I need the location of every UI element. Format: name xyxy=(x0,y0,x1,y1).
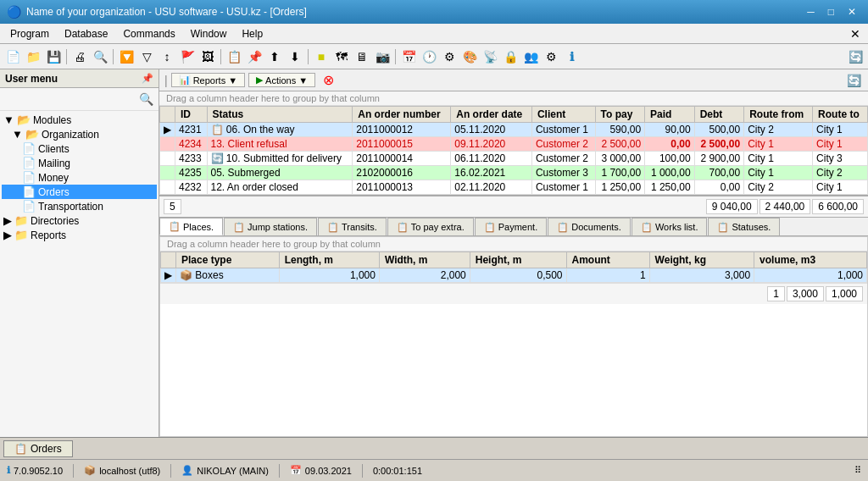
sidebar-search-button[interactable]: 🔍 xyxy=(136,90,155,108)
tab-documents[interactable]: 📋 Documents. xyxy=(548,218,631,235)
col-header-status[interactable]: Status xyxy=(207,107,353,123)
tree-item-clients[interactable]: 📄 Clients xyxy=(2,141,157,156)
taskbar-orders-button[interactable]: 📋 Orders xyxy=(3,440,73,457)
restore-button[interactable]: □ xyxy=(823,4,839,19)
tb-palette[interactable]: 🎨 xyxy=(460,47,479,66)
table-row[interactable]: 4235 05. Submerged 2102000016 16.02.2021… xyxy=(160,166,868,180)
tab-payment[interactable]: 📋 Payment. xyxy=(475,218,547,235)
col-header-route-to[interactable]: Route to xyxy=(813,107,868,123)
tb-monitor[interactable]: 🖥 xyxy=(353,47,371,66)
col-header-order-date[interactable]: An order date xyxy=(451,107,532,123)
reports-button[interactable]: 📊 Reports ▼ xyxy=(171,73,245,87)
tb-copy[interactable]: 📋 xyxy=(225,47,243,66)
bottom-table-row[interactable]: ▶ 📦 Boxes 1,000 2,000 0,500 1 3,000 1,00… xyxy=(161,268,867,283)
tb-sep-2 xyxy=(113,49,114,64)
tb-paste[interactable]: 📌 xyxy=(245,47,264,66)
tb-filter2[interactable]: ▽ xyxy=(137,47,156,66)
tree-item-organization[interactable]: ▼ 📂 Organization xyxy=(2,127,157,141)
stop-button[interactable]: ⊗ xyxy=(319,71,337,90)
tb-flag[interactable]: 🚩 xyxy=(178,47,197,66)
tb-filter[interactable]: 🔽 xyxy=(117,47,136,66)
tb-open[interactable]: 📁 xyxy=(24,47,42,66)
tab-statuses[interactable]: 📋 Statuses. xyxy=(708,218,780,235)
bottom-col-weight[interactable]: Weight, kg xyxy=(649,252,754,268)
tab-places[interactable]: 📋 Places. xyxy=(159,218,223,235)
col-header-paid[interactable]: Paid xyxy=(645,107,695,123)
tb-down[interactable]: ⬇ xyxy=(286,47,304,66)
col-header-to-pay[interactable]: To pay xyxy=(595,107,645,123)
tb-settings2[interactable]: ⚙ xyxy=(542,47,560,66)
row-id: 4235 xyxy=(175,166,208,180)
content-refresh[interactable]: 🔄 xyxy=(844,71,863,90)
bottom-col-height[interactable]: Height, m xyxy=(470,252,566,268)
summary-debt: 6 600,00 xyxy=(812,199,864,214)
tb-new[interactable]: 📄 xyxy=(3,47,22,66)
row-status: 📋 06. On the way xyxy=(207,123,353,137)
menu-item-program[interactable]: Program xyxy=(3,26,56,41)
tb-calendar[interactable]: 📅 xyxy=(399,47,418,66)
tb-refresh[interactable]: 🔄 xyxy=(846,47,865,66)
col-header-debt[interactable]: Debt xyxy=(694,107,744,123)
actions-label: Actions xyxy=(265,75,296,86)
tb-print[interactable]: 🖨 xyxy=(70,47,89,66)
row-date: 09.11.2020 xyxy=(451,137,532,152)
table-row[interactable]: 4233 🔄 10. Submitted for delivery 201100… xyxy=(160,152,868,166)
main-table-wrapper[interactable]: ID Status An order number An order date … xyxy=(159,106,868,195)
status-icon: 📋 xyxy=(211,124,224,135)
user-menu-pin[interactable]: 📌 xyxy=(142,73,153,84)
menu-item-commands[interactable]: Commands xyxy=(116,26,181,41)
tb-lock[interactable]: 🔒 xyxy=(501,47,520,66)
tree-item-money[interactable]: 📄 Money xyxy=(2,170,157,185)
table-row[interactable]: 4232 12. An order closed 2011000013 02.1… xyxy=(160,180,868,195)
bottom-col-amount[interactable]: Amount xyxy=(566,252,649,268)
tb-search[interactable]: 🔍 xyxy=(91,47,109,66)
tb-image[interactable]: 🖼 xyxy=(198,47,217,66)
tb-save[interactable]: 💾 xyxy=(44,47,63,66)
bottom-col-place-type[interactable]: Place type xyxy=(176,252,280,268)
menu-bar: Program Database Commands Window Help ✕ xyxy=(0,24,868,44)
tb-yellow[interactable]: ■ xyxy=(312,47,331,66)
tb-up[interactable]: ⬆ xyxy=(265,47,284,66)
tab-transits[interactable]: 📋 Transits. xyxy=(318,218,387,235)
col-header-order-num[interactable]: An order number xyxy=(353,107,451,123)
close-button[interactable]: ✕ xyxy=(843,4,861,19)
menu-close-button[interactable]: ✕ xyxy=(846,25,865,43)
bottom-col-length[interactable]: Length, m xyxy=(279,252,379,268)
col-header-route-from[interactable]: Route from xyxy=(744,107,813,123)
row-paid: 90,00 xyxy=(645,123,695,137)
tree-item-transportation[interactable]: 📄 Transportation xyxy=(2,199,157,213)
bottom-table-wrapper[interactable]: Place type Length, m Width, m Height, m … xyxy=(160,252,867,283)
tb-gear[interactable]: ⚙ xyxy=(440,47,459,66)
taskbar: 📋 Orders xyxy=(0,437,868,459)
tb-clock[interactable]: 🕐 xyxy=(420,47,438,66)
tb-sort[interactable]: ↕ xyxy=(158,47,176,66)
row-route-to: City 3 xyxy=(813,152,868,166)
bottom-col-volume[interactable]: volume, m3 xyxy=(754,252,867,268)
tb-camera[interactable]: 📷 xyxy=(373,47,392,66)
col-header-client[interactable]: Client xyxy=(531,107,595,123)
tab-jump-stations[interactable]: 📋 Jump stations. xyxy=(224,218,317,235)
tree-item-reports[interactable]: ▶ 📁 Reports xyxy=(2,228,157,242)
app-icon: 🔵 xyxy=(7,5,21,19)
tree-item-orders[interactable]: 📄 Orders xyxy=(2,185,157,199)
table-row[interactable]: ▶ 4231 📋 06. On the way 2011000012 05.11… xyxy=(160,123,868,137)
menu-item-database[interactable]: Database xyxy=(58,26,114,41)
menu-item-window[interactable]: Window xyxy=(184,26,234,41)
bottom-col-width[interactable]: Width, m xyxy=(379,252,470,268)
tree-item-modules[interactable]: ▼ 📂 Modules xyxy=(2,113,157,127)
tree-item-directories[interactable]: ▶ 📁 Directories xyxy=(2,213,157,228)
minimize-button[interactable]: ─ xyxy=(802,4,820,19)
tree-item-mailing[interactable]: 📄 Mailing xyxy=(2,156,157,170)
tab-places-label: Places. xyxy=(183,222,214,232)
tb-info[interactable]: ℹ xyxy=(562,47,581,66)
reports-bar: | 📊 Reports ▼ ▶ Actions ▼ ⊗ 🔄 xyxy=(159,69,868,91)
tb-map[interactable]: 🗺 xyxy=(332,47,351,66)
col-header-id[interactable]: ID xyxy=(175,107,208,123)
table-row[interactable]: 4234 13. Client refusal 2011000015 09.11… xyxy=(160,137,868,152)
actions-button[interactable]: ▶ Actions ▼ xyxy=(248,73,315,87)
tab-works-list[interactable]: 📋 Works list. xyxy=(632,218,708,235)
tb-feed[interactable]: 📡 xyxy=(481,47,499,66)
menu-item-help[interactable]: Help xyxy=(235,26,270,41)
tab-to-pay-extra[interactable]: 📋 To pay extra. xyxy=(387,218,474,235)
tb-users[interactable]: 👥 xyxy=(521,47,540,66)
